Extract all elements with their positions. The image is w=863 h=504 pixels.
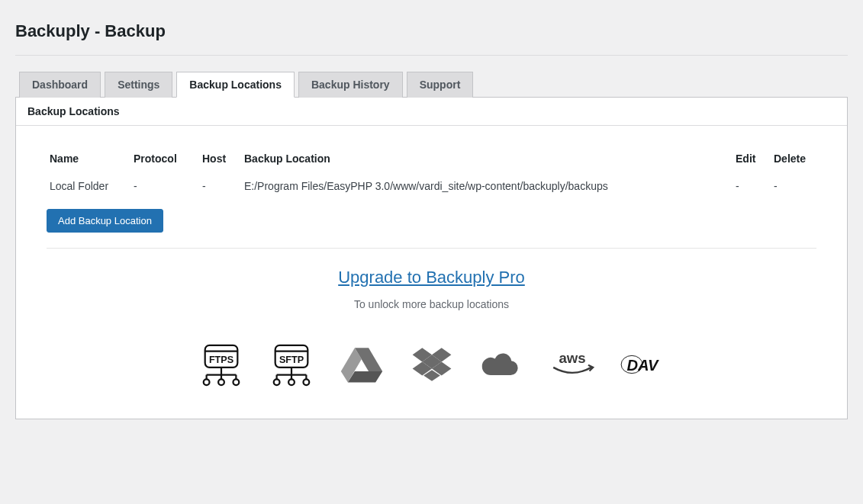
divider: [15, 55, 848, 56]
nav-tabs: Dashboard Settings Backup Locations Back…: [19, 71, 844, 97]
svg-point-7: [218, 379, 224, 385]
google-drive-icon: [338, 341, 385, 388]
svg-point-6: [203, 379, 209, 385]
table-row: Local Folder - - E:/Program Files/EasyPH…: [47, 172, 816, 200]
pro-icons-row: FTPS: [47, 341, 816, 388]
svg-text:SFTP: SFTP: [279, 355, 303, 365]
th-path: Backup Location: [241, 145, 733, 172]
th-edit: Edit: [733, 145, 771, 172]
svg-point-17: [288, 379, 295, 385]
tab-backup-history[interactable]: Backup History: [298, 72, 403, 98]
th-protocol: Protocol: [130, 145, 199, 172]
sftp-icon: SFTP: [268, 341, 315, 388]
th-host: Host: [199, 145, 241, 172]
cell-name: Local Folder: [47, 172, 130, 200]
cell-host: -: [199, 172, 241, 200]
cell-protocol: -: [130, 172, 199, 200]
th-delete: Delete: [771, 145, 816, 172]
svg-text:aws: aws: [559, 350, 585, 366]
upgrade-section: Upgrade to Backuply Pro To unlock more b…: [47, 268, 816, 388]
dropbox-icon: [408, 341, 456, 388]
cell-edit: -: [733, 172, 771, 200]
svg-point-18: [303, 379, 309, 385]
panel-backup-locations: Backup Locations Name Protocol Host Back…: [15, 97, 848, 419]
svg-point-8: [233, 379, 239, 385]
ftps-icon: FTPS: [198, 341, 245, 388]
th-name: Name: [47, 145, 130, 172]
webdav-icon: DAV: [619, 341, 666, 388]
tab-settings[interactable]: Settings: [105, 72, 172, 98]
upgrade-link[interactable]: Upgrade to Backuply Pro: [338, 268, 525, 287]
tab-backup-locations[interactable]: Backup Locations: [176, 72, 295, 98]
cell-delete: -: [771, 172, 816, 200]
panel-heading: Backup Locations: [16, 98, 847, 126]
page-title: Backuply - Backup: [15, 8, 848, 55]
svg-text:FTPS: FTPS: [208, 355, 233, 365]
upgrade-subtitle: To unlock more backup locations: [47, 298, 816, 310]
locations-table: Name Protocol Host Backup Location Edit …: [47, 145, 816, 200]
add-backup-location-button[interactable]: Add Backup Location: [47, 209, 163, 233]
svg-point-16: [273, 379, 279, 385]
aws-icon: aws: [549, 341, 596, 388]
cell-path: E:/Program Files/EasyPHP 3.0/www/vardi_s…: [241, 172, 733, 200]
svg-text:DAV: DAV: [626, 357, 659, 374]
tab-dashboard[interactable]: Dashboard: [19, 72, 101, 98]
section-divider: [47, 248, 816, 249]
tab-support[interactable]: Support: [407, 72, 474, 98]
onedrive-icon: [478, 341, 526, 388]
